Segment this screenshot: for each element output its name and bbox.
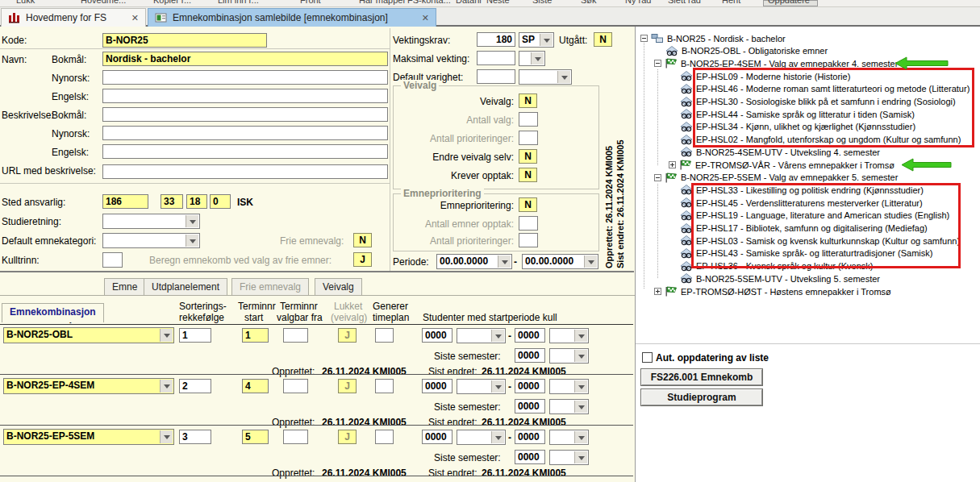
terminnr-start-field[interactable]: 1 bbox=[242, 328, 269, 343]
vekting-enhet-select[interactable]: SP bbox=[519, 32, 554, 48]
maksimal-enhet-select[interactable] bbox=[519, 51, 545, 66]
auto-update-checkbox[interactable] bbox=[642, 352, 653, 363]
chevron-down-icon[interactable] bbox=[160, 329, 173, 342]
antall-prioriteringer2-field[interactable] bbox=[519, 233, 538, 247]
varighet-enhet-select[interactable] bbox=[519, 69, 572, 85]
toolbar-button-lim-inn-r-[interactable]: Lim inn r... bbox=[218, 0, 259, 5]
emnekombinasjon-select[interactable]: B-NOR25-OBL bbox=[3, 327, 174, 343]
generer-timeplan-field[interactable] bbox=[375, 379, 394, 393]
lukket-flag[interactable]: J bbox=[338, 328, 357, 343]
siste-semester-term-select[interactable] bbox=[549, 399, 589, 414]
siste-semester-term-select[interactable] bbox=[549, 450, 589, 465]
kull-fra-term-select[interactable] bbox=[457, 328, 506, 343]
kull-fra-field[interactable]: 0000 bbox=[422, 328, 452, 343]
url-field[interactable] bbox=[102, 164, 388, 179]
fs226-emnekomb-button[interactable]: FS226.001 Emnekomb bbox=[641, 369, 762, 385]
toolbar-button-ny-rad[interactable]: Ny rad bbox=[625, 0, 651, 5]
terminnr-valgbar-field[interactable] bbox=[283, 379, 308, 393]
toolbar-button-neste[interactable]: Neste bbox=[486, 0, 510, 5]
tree-item[interactable]: B-NOR25-5SEM-UTV - Utveksling 5. semeste… bbox=[669, 272, 880, 285]
tab-veivalg[interactable]: Veivalg bbox=[315, 278, 362, 296]
sort-field[interactable]: 2 bbox=[179, 379, 211, 393]
terminnr-start-field[interactable]: 4 bbox=[242, 379, 269, 393]
chevron-down-icon[interactable] bbox=[491, 380, 504, 393]
kull-til-term-select[interactable] bbox=[549, 379, 589, 394]
chevron-down-icon[interactable] bbox=[160, 380, 173, 393]
chevron-down-icon[interactable] bbox=[574, 330, 587, 342]
chevron-down-icon[interactable] bbox=[574, 401, 587, 413]
chevron-down-icon[interactable] bbox=[574, 380, 587, 393]
sted-gruppe-field[interactable]: 0 bbox=[210, 194, 231, 209]
tab-emne[interactable]: Emne bbox=[104, 278, 145, 296]
toolbar-button-oppdatere[interactable]: Oppdatere bbox=[768, 0, 810, 5]
siste-semester-field[interactable]: 0000 bbox=[515, 399, 545, 413]
emnekombinasjon-select[interactable]: B-NOR25-EP-5SEM bbox=[3, 429, 174, 445]
toolbar-button-front[interactable]: Front bbox=[300, 0, 321, 5]
sort-field[interactable]: 1 bbox=[179, 328, 211, 343]
emnekombinasjon-select[interactable]: B-NOR25-EP-4SEM bbox=[3, 378, 174, 394]
terminnr-valgbar-field[interactable] bbox=[283, 328, 308, 343]
veivalg-flag[interactable]: N bbox=[519, 93, 537, 108]
endre-veivalg-flag[interactable]: N bbox=[519, 149, 537, 164]
beskrivelse-bokmal-field[interactable] bbox=[102, 107, 388, 122]
chevron-down-icon[interactable] bbox=[186, 215, 198, 227]
sted-institusjon-field[interactable]: 186 bbox=[102, 194, 148, 209]
vektingskrav-field[interactable]: 180 bbox=[477, 32, 515, 47]
kode-field[interactable]: B-NOR25 bbox=[102, 33, 267, 48]
lukket-flag[interactable]: J bbox=[338, 379, 357, 393]
chevron-down-icon[interactable] bbox=[584, 256, 597, 268]
antall-emner-opptak-field[interactable] bbox=[519, 216, 538, 231]
toolbar-button-hovedme-[interactable]: Hovedme... bbox=[81, 0, 126, 5]
generer-timeplan-field[interactable] bbox=[375, 430, 394, 444]
toolbar-button-kopier-r-[interactable]: Kopier r... bbox=[153, 0, 191, 5]
siste-semester-field[interactable]: 0000 bbox=[515, 348, 545, 363]
toolbar-button-slett-rad[interactable]: Slett rad bbox=[668, 0, 701, 5]
tab-close-icon[interactable]: ✕ bbox=[131, 13, 139, 23]
navn-engelsk-field[interactable] bbox=[102, 89, 388, 103]
tree-item[interactable]: B-NOR25-OBL - Obligatoriske emner bbox=[654, 45, 828, 57]
studieretning-select[interactable] bbox=[102, 214, 200, 229]
collapse-icon[interactable] bbox=[640, 35, 648, 42]
antall-valg-field[interactable] bbox=[519, 112, 538, 127]
kull-til-term-select[interactable] bbox=[549, 430, 589, 445]
toolbar-button-fs-konta-[interactable]: FS-konta... bbox=[407, 0, 451, 5]
kull-til-field[interactable]: 0000 bbox=[515, 328, 545, 343]
kull-til-field[interactable]: 0000 bbox=[515, 379, 545, 393]
collapse-icon[interactable] bbox=[654, 60, 661, 67]
chevron-down-icon[interactable] bbox=[531, 52, 544, 64]
antall-prioriteringer-field[interactable] bbox=[519, 131, 538, 145]
kulltrinn-field[interactable] bbox=[102, 252, 123, 268]
periode-til-field[interactable]: 00.00.0000 bbox=[522, 254, 598, 269]
lukket-flag[interactable]: J bbox=[338, 430, 357, 444]
siste-semester-field[interactable]: 0000 bbox=[515, 450, 545, 464]
chevron-down-icon[interactable] bbox=[574, 451, 587, 463]
beregn-flag[interactable]: J bbox=[353, 252, 372, 267]
tab-emnekombinasjon[interactable]: Emnekombinasjon samlebilde [emnekombinas… bbox=[148, 8, 436, 27]
terminnr-valgbar-field[interactable] bbox=[283, 430, 308, 444]
tree-item[interactable]: EP-TROMSØ-HØST - Høstens emnepakker i Tr… bbox=[654, 285, 891, 297]
beskrivelse-nynorsk-field[interactable] bbox=[102, 126, 388, 140]
kull-fra-field[interactable]: 0000 bbox=[422, 379, 452, 393]
tab-close-icon[interactable]: ✕ bbox=[422, 13, 429, 23]
chevron-down-icon[interactable] bbox=[491, 431, 504, 443]
toolbar-button-siste[interactable]: Siste bbox=[532, 0, 552, 5]
tree-item[interactable]: B-NOR25-4SEM-UTV - Utveksling 4. semeste… bbox=[669, 146, 880, 158]
kull-til-term-select[interactable] bbox=[549, 328, 589, 343]
chevron-down-icon[interactable] bbox=[491, 330, 504, 342]
generer-timeplan-field[interactable] bbox=[375, 328, 394, 343]
studieprogram-button[interactable]: Studieprogram bbox=[641, 389, 762, 405]
collapse-icon[interactable] bbox=[654, 174, 661, 181]
kull-fra-term-select[interactable] bbox=[457, 379, 506, 394]
chevron-down-icon[interactable] bbox=[574, 431, 587, 443]
toolbar-button-datanr[interactable]: Datanr bbox=[456, 0, 482, 5]
tree-item[interactable]: B-NOR25-EP-5SEM - Valg av emnepakker 5. … bbox=[654, 172, 898, 184]
tab-hovedmeny[interactable]: Hovedmeny for FS ✕ bbox=[1, 8, 146, 27]
sted-fakultet-field[interactable]: 33 bbox=[161, 194, 183, 209]
emneprioritering-flag[interactable]: N bbox=[519, 197, 537, 212]
periode-fra-field[interactable]: 00.00.0000 bbox=[436, 254, 512, 269]
tab-emnekombinasjon-sub[interactable]: Emnekombinasjon bbox=[2, 303, 104, 322]
chevron-down-icon[interactable] bbox=[574, 350, 587, 362]
kull-fra-field[interactable]: 0000 bbox=[422, 430, 452, 444]
chevron-down-icon[interactable] bbox=[557, 71, 570, 83]
terminnr-start-field[interactable]: 5 bbox=[242, 430, 269, 444]
